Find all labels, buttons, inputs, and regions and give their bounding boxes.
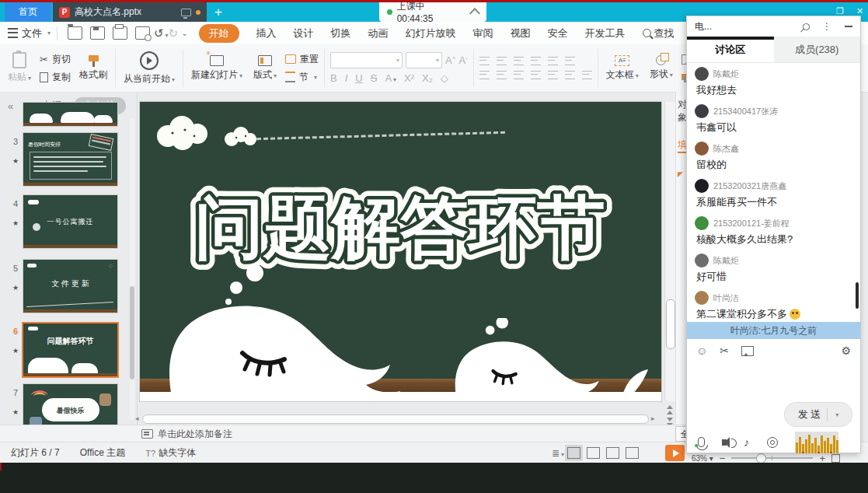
scroll-left-arrow[interactable]: ◂	[135, 414, 139, 422]
collapse-panel-button[interactable]: «	[8, 100, 13, 112]
paragraph-spacing-button[interactable]	[582, 71, 592, 79]
vertical-scrollbar[interactable]	[664, 102, 676, 401]
underline-button[interactable]: U	[355, 72, 362, 84]
justify-button[interactable]	[531, 71, 541, 79]
print-preview-icon[interactable]	[135, 26, 150, 40]
slide-sorter-view-button[interactable]	[587, 447, 600, 459]
slide-thumbnail-2-partial[interactable]	[23, 102, 118, 127]
undo-icon[interactable]: ↺▾	[154, 26, 169, 40]
slide-thumbnail-4[interactable]: 一号公寓搬迁	[23, 194, 118, 249]
zoom-slider[interactable]	[731, 457, 813, 459]
home-tab[interactable]: 首页	[5, 2, 51, 22]
italic-button[interactable]: I	[345, 72, 348, 84]
font-name-select[interactable]: ▾	[330, 52, 403, 68]
chat-message-list[interactable]: 陈戴炬 我好想去 2153400417张涛 韦鑫可以 陈杰鑫 留校的 21532…	[687, 62, 860, 322]
new-tab-button[interactable]: +	[214, 4, 222, 20]
previous-slide-button[interactable]	[667, 405, 673, 414]
theme-label[interactable]: Office 主题	[80, 446, 125, 460]
layout-button[interactable]: 版式▾	[251, 55, 279, 82]
tab-review[interactable]: 审阅	[473, 26, 493, 40]
chat-titlebar[interactable]: 电... ⋮	[687, 16, 860, 37]
music-icon[interactable]: ♪	[744, 435, 750, 449]
emoji-button[interactable]: ☺	[696, 344, 707, 357]
fit-to-window-button[interactable]	[831, 454, 840, 463]
zoom-level[interactable]: 63% ▾	[692, 454, 713, 463]
redo-icon[interactable]: ↻	[169, 26, 179, 40]
send-button[interactable]: 发 送 ▾	[784, 402, 852, 427]
notes-bar[interactable]: 单击此处添加备注	[0, 425, 686, 442]
shapes-button[interactable]: 形状▾	[647, 55, 675, 81]
reading-view-button[interactable]	[606, 447, 619, 459]
text-direction-button[interactable]	[548, 57, 558, 65]
more-commands-icon[interactable]: ⌄	[181, 29, 187, 37]
normal-view-button[interactable]	[567, 447, 580, 459]
slideshow-view-button[interactable]	[626, 447, 639, 459]
clear-format-button[interactable]: ◇	[441, 72, 448, 84]
tab-view[interactable]: 视图	[511, 26, 531, 40]
format-painter-button[interactable]: 格式刷	[77, 55, 110, 82]
strikethrough-button[interactable]: S	[371, 72, 378, 84]
minimize-chat-icon[interactable]	[845, 26, 852, 27]
tab-slideshow[interactable]: 幻灯片放映	[406, 26, 456, 40]
tab-devtools[interactable]: 开发工具	[585, 26, 626, 40]
bold-button[interactable]: B	[330, 72, 337, 84]
save-icon[interactable]	[90, 26, 105, 40]
cut-button[interactable]: ✂ 剪切	[40, 53, 71, 66]
tab-security[interactable]: 安全	[548, 26, 568, 40]
shrink-font-button[interactable]: A-	[458, 54, 467, 66]
notes-toggle-icon[interactable]: ≣▾	[552, 448, 564, 459]
file-menu-button[interactable]: 文件 ▾	[8, 26, 51, 40]
reset-button[interactable]: 重置	[285, 53, 319, 66]
tab-design[interactable]: 设计	[294, 26, 314, 40]
new-slide-button[interactable]: 新建幻灯片▾	[189, 55, 245, 82]
play-from-current-button[interactable]: 从当前开始▾	[121, 51, 177, 86]
font-color-button[interactable]: A▾	[385, 72, 396, 84]
paste-button[interactable]: 粘贴▾	[5, 52, 33, 84]
copy-button[interactable]: 复制	[40, 71, 71, 84]
align-center-button[interactable]	[497, 71, 507, 79]
webcam-icon[interactable]	[767, 437, 778, 448]
chat-scrollbar-thumb[interactable]	[856, 282, 859, 309]
increase-indent-button[interactable]	[531, 57, 541, 65]
document-tab[interactable]: P 高校大点名.pptx	[53, 2, 207, 22]
tab-members[interactable]: 成员(238)	[774, 37, 861, 62]
send-options-icon[interactable]: ▾	[835, 411, 838, 418]
subscript-button[interactable]: X₂	[422, 72, 433, 84]
scroll-right-arrow[interactable]: ▸	[651, 414, 655, 422]
slide-thumbnail-6-selected[interactable]: 问题解答环节	[22, 322, 119, 378]
microphone-icon[interactable]	[698, 437, 705, 447]
more-menu-icon[interactable]: ⋮	[822, 21, 832, 32]
find-button[interactable]: 查找	[643, 26, 675, 40]
align-right-button[interactable]	[514, 71, 524, 79]
tab-animations[interactable]: 动画	[368, 26, 389, 40]
send-image-button[interactable]	[741, 346, 754, 356]
superscript-button[interactable]: X²	[404, 72, 414, 84]
speaker-icon[interactable]	[722, 439, 727, 446]
align-left-button[interactable]	[479, 71, 490, 79]
open-file-icon[interactable]	[68, 26, 82, 40]
textbox-button[interactable]: A≡ 文本框▾	[604, 55, 641, 82]
pin-icon[interactable]	[801, 22, 811, 32]
horizontal-scrollbar[interactable]	[142, 414, 649, 424]
section-button[interactable]: 节▾	[285, 71, 319, 84]
vertical-scrollbar-thumb[interactable]	[666, 299, 675, 349]
slide-canvas[interactable]: 问题解答环节 问题解答环节 问题解答环节	[140, 102, 661, 401]
line-spacing-button[interactable]	[565, 57, 575, 65]
grow-font-button[interactable]: A+	[445, 54, 455, 66]
tab-home[interactable]: 开始	[199, 24, 239, 43]
slide-thumbnail-5[interactable]: ♢ 文 件 更 新	[23, 259, 118, 313]
tab-discussion[interactable]: 讨论区	[687, 37, 774, 62]
decrease-indent-button[interactable]	[514, 57, 524, 65]
play-slideshow-button[interactable]	[665, 445, 685, 461]
print-icon[interactable]	[113, 26, 127, 40]
tab-transitions[interactable]: 切换	[331, 26, 351, 40]
font-size-select[interactable]: ▾	[406, 52, 442, 68]
pinned-notice-bar[interactable]: 叶尚洁:七月九号之前	[687, 322, 860, 339]
class-timer-badge[interactable]: 上课中 00:44:35	[379, 2, 486, 22]
tab-insert[interactable]: 插入	[256, 26, 277, 40]
thumbnails-scrollbar-thumb[interactable]	[130, 286, 134, 379]
distribute-button[interactable]	[548, 71, 558, 79]
slide-thumbnail-3[interactable]: 暑假时间安排	[23, 132, 118, 187]
chat-settings-icon[interactable]: ⚙	[841, 344, 851, 357]
missing-font-button[interactable]: T? 缺失字体	[145, 446, 196, 460]
